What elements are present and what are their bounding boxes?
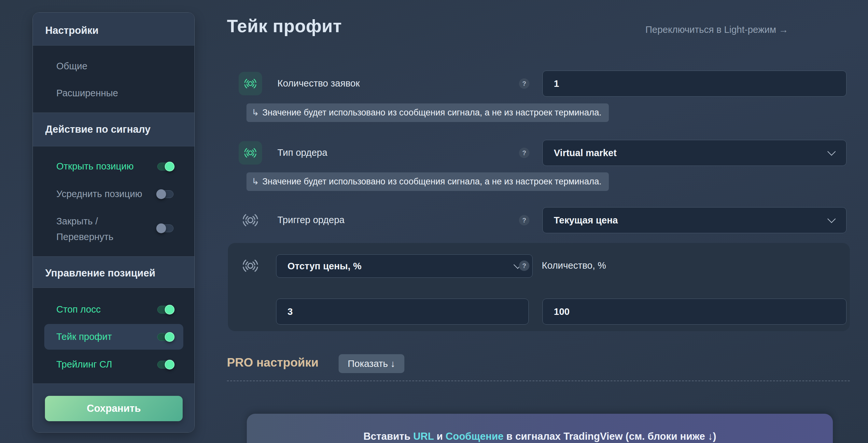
banner-part1: Вставить: [363, 431, 413, 442]
toggle-knob: [165, 162, 175, 171]
orders-count-help-icon[interactable]: ?: [519, 78, 529, 89]
signal-note: ↳Значение будет использовано из сообщени…: [246, 172, 609, 191]
banner-url-link[interactable]: URL: [413, 431, 434, 442]
price-offset-select[interactable]: Отступ цены, %: [276, 254, 533, 278]
average-position-toggle[interactable]: [157, 190, 174, 198]
sidebar-item-average-position[interactable]: Усреднить позицию: [56, 189, 142, 199]
signal-note-text: Значение будет использовано из сообщения…: [262, 108, 602, 117]
signal-icon: [243, 146, 257, 160]
banner-part3: в сигналах TradingView (см. блоки ниже ↓…: [503, 431, 716, 442]
settings-sidebar: Настройки Общие Расширенные Действие по …: [33, 12, 195, 433]
sidebar-signal-group: Открыть позицию Усреднить позицию Закрыт…: [33, 146, 194, 256]
light-mode-link[interactable]: Переключиться в Light-режим →: [645, 24, 788, 35]
sidebar-item-general[interactable]: Общие: [56, 61, 87, 72]
signal-icon: [243, 76, 257, 91]
sidebar-item-close-flip[interactable]: Закрыть / Перевернуть: [56, 213, 113, 245]
stop-loss-toggle[interactable]: [157, 306, 174, 313]
take-profit-toggle[interactable]: [157, 333, 174, 341]
manage-section-title: Управление позицией: [45, 267, 155, 279]
signal-icon-inactive: [241, 211, 259, 229]
sidebar-header: Настройки: [33, 13, 194, 45]
page-title: Тейк профит: [227, 15, 342, 36]
order-trigger-select[interactable]: Текущая цена: [542, 207, 846, 233]
close-flip-line2: Перевернуть: [56, 229, 113, 245]
show-pro-button[interactable]: Показать ↓: [339, 354, 404, 373]
order-type-value: Virtual market: [554, 148, 617, 159]
toggle-knob: [165, 332, 175, 342]
pro-settings-label: PRO настройки: [227, 356, 318, 370]
price-offset-help-icon[interactable]: ?: [519, 261, 529, 271]
order-trigger-label: Триггер ордера: [277, 215, 344, 226]
sidebar-item-take-profit[interactable]: Тейк профит: [56, 332, 112, 342]
signal-source-icon-tile: [239, 141, 262, 165]
open-position-toggle[interactable]: [157, 163, 174, 170]
order-trigger-value: Текущая цена: [554, 215, 618, 226]
quantity-input[interactable]: [542, 299, 846, 325]
sidebar-general-group: Общие Расширенные: [33, 45, 194, 112]
order-type-select[interactable]: Virtual market: [542, 140, 846, 166]
sidebar-manage-group: Стоп лосс Тейк профит Трейлинг СЛ: [33, 287, 194, 383]
toggle-knob: [156, 224, 166, 233]
signal-icon-inactive: [241, 257, 259, 275]
sidebar-item-stop-loss[interactable]: Стоп лосс: [56, 304, 101, 315]
toggle-knob: [165, 305, 175, 314]
sidebar-item-trailing-sl[interactable]: Трейлинг СЛ: [56, 359, 112, 370]
chevron-down-icon: [827, 215, 835, 223]
signal-note: ↳Значение будет использовано из сообщени…: [246, 103, 609, 122]
signal-source-icon-tile: [239, 72, 262, 95]
order-type-label: Тип ордера: [277, 147, 327, 158]
close-flip-line1: Закрыть /: [56, 213, 113, 229]
signal-section-title: Действие по сигналу: [45, 124, 150, 135]
sidebar-item-advanced[interactable]: Расширенные: [56, 88, 118, 99]
tradingview-banner[interactable]: Вставить URL и Сообщение в сигналах Trad…: [247, 414, 833, 443]
save-button[interactable]: Сохранить: [45, 396, 183, 421]
orders-count-input[interactable]: [542, 71, 846, 97]
order-trigger-help-icon[interactable]: ?: [519, 215, 529, 226]
corner-arrow-icon: ↳: [252, 108, 259, 117]
chevron-down-icon: [827, 147, 835, 156]
trailing-sl-toggle[interactable]: [157, 361, 174, 369]
sidebar-footer: Сохранить: [33, 383, 194, 433]
orders-count-label: Количество заявок: [277, 78, 360, 89]
banner-part2: и: [434, 431, 445, 442]
toggle-knob: [156, 189, 166, 199]
banner-message-link[interactable]: Сообщение: [446, 431, 504, 442]
dashed-divider: [227, 380, 850, 381]
close-flip-toggle[interactable]: [157, 225, 174, 232]
price-offset-input[interactable]: [276, 299, 529, 325]
sidebar-title: Настройки: [45, 25, 99, 36]
corner-arrow-icon: ↳: [252, 177, 259, 186]
take-profit-levels-panel: Отступ цены, % ? Количество, %: [228, 243, 850, 331]
order-type-help-icon[interactable]: ?: [519, 148, 529, 158]
sidebar-item-open-position[interactable]: Открыть позицию: [56, 161, 134, 172]
sidebar-manage-header: Управление позицией: [33, 256, 194, 287]
signal-note-text: Значение будет использовано из сообщения…: [262, 177, 602, 186]
price-offset-value: Отступ цены, %: [287, 261, 362, 272]
banner-text: Вставить URL и Сообщение в сигналах Trad…: [247, 431, 833, 442]
quantity-label: Количество, %: [542, 260, 606, 271]
toggle-knob: [165, 360, 175, 370]
sidebar-signal-header: Действие по сигналу: [33, 112, 194, 146]
